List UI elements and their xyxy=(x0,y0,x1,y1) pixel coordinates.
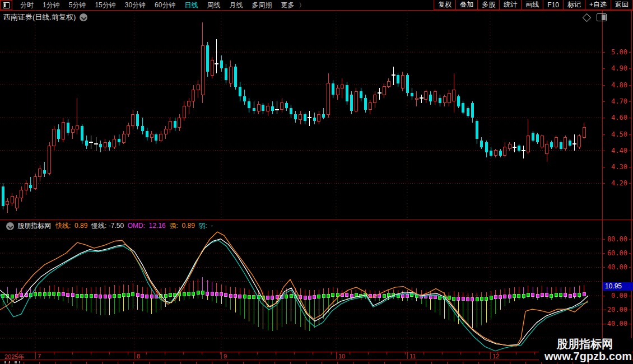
indicator-field-value: 12.16 xyxy=(147,222,169,230)
toolbar-buttons: 复权叠加多股统计画线F10标记+自选返回 xyxy=(434,0,633,10)
axis-tick xyxy=(602,85,605,86)
minor-tick xyxy=(146,352,147,354)
minor-tick xyxy=(109,352,110,354)
axis-border-left xyxy=(602,10,603,359)
minor-tick xyxy=(460,352,461,354)
strip-tick xyxy=(322,362,322,364)
toolbar-button-标记[interactable]: 标记 xyxy=(563,0,585,10)
period-tab-30分钟[interactable]: 30分钟 xyxy=(120,1,150,10)
indicator-axis-label: 60.00 xyxy=(607,249,627,257)
candlestick-chart[interactable] xyxy=(0,10,602,220)
minor-tick xyxy=(165,352,165,354)
indicator-field-label: 强: xyxy=(169,222,180,230)
strip-tick xyxy=(227,362,228,364)
indicator-axis-label: 40.00 xyxy=(607,263,627,271)
strip-tick xyxy=(165,362,165,364)
trading-app-window: 分时1分钟5分钟15分钟30分钟60分钟日线周线月线多周期更多 〉 复权叠加多股… xyxy=(0,0,633,364)
toolbar-button-叠加[interactable]: 叠加 xyxy=(455,0,478,10)
toolbar-button-+自选[interactable]: +自选 xyxy=(585,0,611,10)
period-tab-日线[interactable]: 日线 xyxy=(180,1,202,10)
strip-tick xyxy=(133,362,134,364)
strip-tick xyxy=(478,362,479,364)
period-tab-分时[interactable]: 分时 xyxy=(16,1,38,10)
indicator-field-value: 0.89 xyxy=(73,222,91,230)
toolbar-button-统计[interactable]: 统计 xyxy=(499,0,522,10)
chevron-down-icon[interactable] xyxy=(6,222,14,230)
month-label: 10 xyxy=(338,353,345,360)
indicator-field-label: 弱: xyxy=(198,222,209,230)
period-tab-周线[interactable]: 周线 xyxy=(202,1,225,10)
axis-tick xyxy=(629,118,632,118)
diamond-icon[interactable] xyxy=(583,13,592,22)
strip-tick xyxy=(243,362,244,364)
split-pane-icon[interactable] xyxy=(597,13,607,21)
minor-tick xyxy=(276,352,276,354)
minor-tick xyxy=(313,352,313,354)
month-tick xyxy=(134,352,135,359)
indicator-axis-label: 80.00 xyxy=(607,235,627,243)
price-axis-label: 4.80 xyxy=(611,81,627,89)
cutoff-text xyxy=(4,361,6,363)
minor-tick xyxy=(350,352,350,354)
strip-tick xyxy=(24,362,24,364)
period-tab-更多[interactable]: 更多 xyxy=(276,1,299,10)
chevron-down-icon[interactable] xyxy=(80,13,87,21)
time-axis[interactable]: 2025年 789101112 xyxy=(0,352,633,360)
price-axis-label: 4.50 xyxy=(611,130,627,138)
period-tab-1分钟[interactable]: 1分钟 xyxy=(38,1,64,10)
period-tab-60分钟[interactable]: 60分钟 xyxy=(150,1,180,10)
axis-tick xyxy=(629,85,632,86)
cutoff-text xyxy=(9,361,10,363)
axis-tick xyxy=(629,134,632,135)
axis-tick xyxy=(602,134,605,135)
minor-tick xyxy=(35,352,36,354)
watermark-url: www.7gpzb.com xyxy=(544,350,632,362)
strip-tick xyxy=(369,362,369,364)
price-axis-label: 4.70 xyxy=(611,97,627,105)
strip-tick xyxy=(55,362,55,364)
axis-tick xyxy=(602,324,605,324)
strip-tick xyxy=(212,362,212,364)
toolbar-button-返回[interactable]: 返回 xyxy=(611,0,633,10)
period-toolbar: 分时1分钟5分钟15分钟30分钟60分钟日线周线月线多周期更多 〉 复权叠加多股… xyxy=(0,0,633,11)
strip-tick xyxy=(259,362,259,364)
strip-tick xyxy=(416,362,416,364)
strip-tick xyxy=(86,362,87,364)
chart-title: 西南证券(日线.前复权) xyxy=(3,12,76,22)
last-value-marker: 10.95 xyxy=(603,282,633,291)
period-tab-多周期[interactable]: 多周期 xyxy=(247,1,276,10)
minor-tick xyxy=(202,352,202,354)
period-tab-月线[interactable]: 月线 xyxy=(225,1,247,10)
strip-tick xyxy=(337,362,338,364)
minor-tick xyxy=(17,352,17,354)
axis-tick xyxy=(629,68,632,69)
minor-tick xyxy=(516,352,516,354)
indicator-field-value: -7.50 xyxy=(109,222,128,230)
axis-tick xyxy=(602,296,605,296)
strip-tick xyxy=(102,362,103,364)
axis-tick xyxy=(629,310,632,310)
strip-tick xyxy=(353,362,353,364)
period-tab-5分钟[interactable]: 5分钟 xyxy=(64,1,91,10)
indicator-chart[interactable] xyxy=(0,230,602,352)
period-tabs: 分时1分钟5分钟15分钟30分钟60分钟日线周线月线多周期更多 xyxy=(16,1,299,10)
toolbar-button-F10[interactable]: F10 xyxy=(543,0,564,10)
minor-tick xyxy=(331,352,332,354)
toolbar-button-多股[interactable]: 多股 xyxy=(477,0,500,10)
strip-tick xyxy=(494,362,495,364)
minor-tick xyxy=(220,352,221,354)
layout-toggle-button[interactable] xyxy=(0,0,12,10)
toolbar-button-复权[interactable]: 复权 xyxy=(434,0,456,10)
strip-tick xyxy=(274,362,275,364)
minor-tick xyxy=(72,352,73,354)
more-arrow-icon[interactable]: 〉 xyxy=(299,1,307,10)
period-tab-15分钟[interactable]: 15分钟 xyxy=(90,1,120,10)
axis-tick xyxy=(602,151,605,151)
price-axis-label: 4.30 xyxy=(611,163,627,171)
toolbar-button-画线[interactable]: 画线 xyxy=(521,0,543,10)
price-axis-label: 4.40 xyxy=(611,147,627,155)
minor-tick xyxy=(294,352,295,354)
strip-tick xyxy=(196,362,197,364)
minor-tick xyxy=(128,352,128,354)
axis-border-right xyxy=(631,10,632,359)
